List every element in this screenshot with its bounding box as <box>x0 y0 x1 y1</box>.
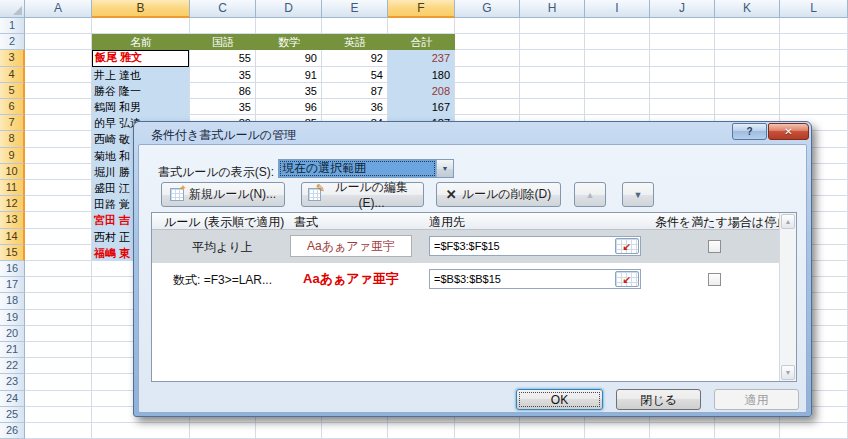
cell-D4[interactable]: 91 <box>256 67 321 83</box>
dialog-titlebar[interactable]: 条件付き書式ルールの管理 ? ✕ <box>134 122 811 144</box>
cell-F3[interactable]: 237 <box>388 50 454 66</box>
cell-C4[interactable]: 35 <box>190 67 255 83</box>
close-dialog-button[interactable]: 閉じる <box>616 389 701 410</box>
cell-E4[interactable]: 54 <box>322 67 387 83</box>
cell-E2[interactable]: 英語 <box>322 34 388 50</box>
row-header-7[interactable]: 7 <box>0 115 25 131</box>
excel-window: ABCDEFGHIJKL 123456789101112131415161718… <box>0 0 848 439</box>
row-header-1[interactable]: 1 <box>0 18 25 34</box>
stop-if-true-checkbox[interactable] <box>708 273 721 286</box>
column-header-A[interactable]: A <box>25 0 92 18</box>
row-header-22[interactable]: 22 <box>0 358 25 374</box>
cell-B3[interactable]: 飯尾 雅文 <box>92 50 189 66</box>
scroll-down-icon[interactable]: ▼ <box>781 365 795 380</box>
range-select-icon[interactable]: ↙ <box>615 238 639 254</box>
column-header-K[interactable]: K <box>715 0 780 18</box>
row-header-20[interactable]: 20 <box>0 326 25 342</box>
row-header-18[interactable]: 18 <box>0 293 25 309</box>
rule-row-1[interactable]: 平均より上Aaあぁアァ亜宇↙ <box>152 230 779 263</box>
chevron-down-icon[interactable]: ▼ <box>436 160 453 177</box>
rules-list: ルール (表示順で適用) 書式 適用先 条件を満たす場合は停止 平均より上Aaあ… <box>151 212 797 382</box>
rule-row-2[interactable]: 数式: =F3>=LAR...Aaあぁアァ亜宇↙ <box>152 263 779 296</box>
cell-B5[interactable]: 勝谷 隆一 <box>92 83 189 99</box>
applies-to-field: ↙ <box>429 236 641 256</box>
cell-E5[interactable]: 87 <box>322 83 387 99</box>
delete-rule-label: ルールの削除(D) <box>462 186 552 203</box>
cell-B4[interactable]: 井上 達也 <box>92 67 189 83</box>
row-header-19[interactable]: 19 <box>0 310 25 326</box>
row-header-5[interactable]: 5 <box>0 83 25 99</box>
row-header-3[interactable]: 3 <box>0 50 25 66</box>
ok-button[interactable]: OK <box>516 389 603 410</box>
help-button[interactable]: ? <box>732 123 767 140</box>
applies-to-input[interactable] <box>429 269 641 289</box>
row-header-21[interactable]: 21 <box>0 342 25 358</box>
row-header-2[interactable]: 2 <box>0 34 25 50</box>
cell-C6[interactable]: 35 <box>190 99 255 115</box>
cell-D6[interactable]: 96 <box>256 99 321 115</box>
column-header-G[interactable]: G <box>455 0 520 18</box>
new-rule-label: 新規ルール(N)... <box>189 186 276 203</box>
scroll-up-icon[interactable]: ▲ <box>781 214 795 229</box>
new-rule-icon: ✦ <box>170 188 184 201</box>
column-header-J[interactable]: J <box>650 0 715 18</box>
rules-list-scrollbar[interactable]: ▲ ▼ <box>779 213 796 381</box>
column-header-H[interactable]: H <box>520 0 585 18</box>
range-select-icon[interactable]: ↙ <box>615 271 639 287</box>
row-header-24[interactable]: 24 <box>0 391 25 407</box>
row-header-4[interactable]: 4 <box>0 67 25 83</box>
apply-button[interactable]: 適用 <box>714 389 799 410</box>
row-header-16[interactable]: 16 <box>0 261 25 277</box>
column-header-B[interactable]: B <box>92 0 190 18</box>
move-rule-up-button[interactable]: ▲ <box>574 182 606 207</box>
cell-E3[interactable]: 92 <box>322 50 387 66</box>
show-rules-dropdown[interactable]: 現在の選択範囲 ▼ <box>278 159 454 178</box>
row-header-11[interactable]: 11 <box>0 180 25 196</box>
column-header-F[interactable]: F <box>388 0 455 18</box>
new-rule-button[interactable]: ✦ 新規ルール(N)... <box>161 182 285 207</box>
cell-D5[interactable]: 35 <box>256 83 321 99</box>
cell-F5[interactable]: 208 <box>388 83 454 99</box>
cell-C3[interactable]: 55 <box>190 50 255 66</box>
column-header-D[interactable]: D <box>256 0 322 18</box>
row-header-15[interactable]: 15 <box>0 245 25 261</box>
applies-to-input[interactable] <box>429 236 641 256</box>
cell-F2[interactable]: 合計 <box>388 34 455 50</box>
close-button[interactable]: ✕ <box>768 123 809 140</box>
row-header-14[interactable]: 14 <box>0 229 25 245</box>
rule-name: 平均より上 <box>156 239 289 256</box>
cell-F4[interactable]: 180 <box>388 67 454 83</box>
conditional-formatting-rules-manager-dialog: 条件付き書式ルールの管理 ? ✕ 書式ルールの表示(S): 現在の選択範囲 ▼ … <box>133 121 812 417</box>
row-header-6[interactable]: 6 <box>0 99 25 115</box>
row-header-23[interactable]: 23 <box>0 374 25 390</box>
cell-D3[interactable]: 90 <box>256 50 321 66</box>
edit-rule-button[interactable]: ✎ ルールの編集(E)... <box>301 182 424 207</box>
edit-rule-label: ルールの編集(E)... <box>326 179 417 210</box>
row-header-25[interactable]: 25 <box>0 407 25 423</box>
column-header-L[interactable]: L <box>780 0 848 18</box>
row-header-8[interactable]: 8 <box>0 131 25 147</box>
row-header-9[interactable]: 9 <box>0 148 25 164</box>
cell-F6[interactable]: 167 <box>388 99 454 115</box>
cell-D2[interactable]: 数学 <box>256 34 322 50</box>
row-header-13[interactable]: 13 <box>0 212 25 228</box>
cell-E6[interactable]: 36 <box>322 99 387 115</box>
column-header-C[interactable]: C <box>190 0 256 18</box>
cell-B6[interactable]: 鶴岡 和男 <box>92 99 189 115</box>
row-header-10[interactable]: 10 <box>0 164 25 180</box>
row-header-17[interactable]: 17 <box>0 277 25 293</box>
select-all-corner[interactable] <box>0 0 25 18</box>
cell-B2[interactable]: 名前 <box>92 34 190 50</box>
stop-if-true-checkbox[interactable] <box>708 240 721 253</box>
col-header-rule: ルール (表示順で適用) <box>164 214 284 231</box>
row-header-12[interactable]: 12 <box>0 196 25 212</box>
cell-C2[interactable]: 国語 <box>190 34 256 50</box>
column-header-E[interactable]: E <box>322 0 388 18</box>
move-rule-down-button[interactable]: ▼ <box>622 182 654 207</box>
cell-C5[interactable]: 86 <box>190 83 255 99</box>
column-header-I[interactable]: I <box>585 0 650 18</box>
row-header-26[interactable]: 26 <box>0 423 25 439</box>
dialog-body: 書式ルールの表示(S): 現在の選択範囲 ▼ ✦ 新規ルール(N)... ✎ ル… <box>138 144 807 413</box>
delete-rule-button[interactable]: ✕ ルールの削除(D) <box>436 182 561 207</box>
dialog-title: 条件付き書式ルールの管理 <box>151 127 296 144</box>
